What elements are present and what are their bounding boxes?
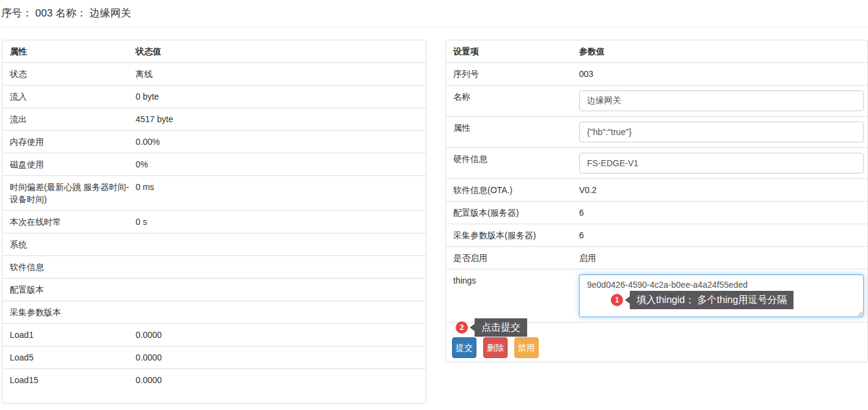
row-label: Load5 (2, 346, 136, 368)
settings-row-software-ota: 软件信息(OTA.) V0.2 (446, 178, 867, 201)
row-label: 流出 (2, 108, 136, 130)
row-value: 0.00% (136, 131, 426, 153)
row-value: 0.0000 (136, 324, 426, 346)
table-row-config-version: 配置版本 (2, 278, 426, 301)
hardware-input[interactable] (579, 153, 864, 174)
table-row-load15: Load15 0.0000 (2, 368, 426, 391)
row-label: 名称 (446, 86, 579, 116)
device-settings-panel: 设置项 参数值 序列号 003 名称 属性 硬件信息 (445, 40, 868, 362)
row-label: 是否启用 (446, 247, 579, 269)
table-row-disk: 磁盘使用 0% (2, 153, 426, 175)
row-label: 流入 (2, 86, 136, 108)
row-label: 采集参数版本 (2, 301, 136, 323)
settings-row-name: 名称 (446, 85, 867, 116)
settings-row-enabled: 是否启用 启用 (446, 246, 867, 269)
attributes-input[interactable] (579, 122, 864, 142)
row-label: 时间偏差(最新心跳 服务器时间-设备时间) (2, 176, 136, 210)
settings-actions-row: 2 点击提交 提交 删除 禁用 (446, 322, 867, 362)
table-row-system: 系统 (2, 233, 426, 255)
settings-row-hardware: 硬件信息 (446, 147, 867, 178)
row-label: 配置版本 (2, 279, 136, 301)
collect-version-value: 6 (579, 224, 867, 246)
step1-tooltip: 填入thingid； 多个thing用逗号分隔 (630, 291, 793, 309)
device-settings-table: 设置项 参数值 序列号 003 名称 属性 硬件信息 (446, 40, 867, 362)
row-value: 0.0000 (136, 346, 426, 368)
row-label: things (446, 269, 579, 322)
row-label: 硬件信息 (446, 148, 579, 178)
row-value (136, 256, 426, 278)
row-label: 磁盘使用 (2, 153, 136, 175)
row-label: 系统 (2, 233, 136, 255)
submit-button[interactable]: 提交 (452, 337, 476, 358)
settings-row-collect-version: 采集参数版本(服务器) 6 (446, 224, 867, 246)
settings-header-value: 参数值 (579, 40, 867, 62)
row-value: 0% (136, 153, 426, 175)
page-title: 序号： 003 名称： 边缘网关 (0, 0, 868, 27)
row-value: 4517 byte (136, 108, 426, 130)
row-label: 状态 (2, 63, 136, 85)
table-row-load5: Load5 0.0000 (2, 346, 426, 368)
content-area: 属性 状态值 状态 离线 流入 0 byte 流出 4517 byte 内存使用… (0, 27, 868, 404)
row-value (136, 233, 426, 255)
enabled-value: 启用 (579, 247, 867, 269)
status-table-header: 属性 状态值 (2, 40, 426, 62)
annotation-step1: 1 填入thingid； 多个thing用逗号分隔 (611, 291, 793, 309)
table-row-software-info: 软件信息 (2, 255, 426, 278)
row-label: 序列号 (446, 63, 579, 85)
disable-button[interactable]: 禁用 (514, 337, 539, 358)
row-label: 配置版本(服务器) (446, 202, 579, 224)
row-label: 属性 (446, 117, 579, 147)
settings-row-serial: 序列号 003 (446, 62, 867, 85)
row-label: 软件信息 (2, 256, 136, 278)
row-label: 内存使用 (2, 131, 136, 153)
table-row-online-duration: 本次在线时常 0 s (2, 210, 426, 233)
status-header-attribute: 属性 (2, 40, 136, 62)
row-value (136, 301, 426, 323)
settings-row-things: things 9e0d0426-4590-4c2a-b0ee-a4a24f55e… (446, 269, 867, 322)
config-version-value: 6 (579, 202, 867, 224)
row-value (136, 279, 426, 301)
settings-header-item: 设置项 (446, 40, 579, 62)
row-value: 离线 (136, 63, 426, 85)
table-row-collect-version: 采集参数版本 (2, 301, 426, 323)
settings-row-attributes: 属性 (446, 116, 867, 147)
step1-badge: 1 (611, 294, 623, 306)
table-row-inflow: 流入 0 byte (2, 85, 426, 108)
step2-badge: 2 (456, 321, 468, 334)
row-value: 0 byte (136, 86, 426, 108)
delete-button[interactable]: 删除 (483, 337, 508, 358)
table-row-outflow: 流出 4517 byte (2, 108, 426, 130)
device-status-panel: 属性 状态值 状态 离线 流入 0 byte 流出 4517 byte 内存使用… (2, 40, 426, 404)
row-label: Load1 (2, 324, 136, 346)
row-label: 软件信息(OTA.) (446, 179, 579, 201)
software-ota-value: V0.2 (579, 179, 867, 201)
table-row-memory: 内存使用 0.00% (2, 130, 426, 153)
device-status-table: 属性 状态值 状态 离线 流入 0 byte 流出 4517 byte 内存使用… (2, 40, 426, 391)
table-row-time-offset: 时间偏差(最新心跳 服务器时间-设备时间) 0 ms (2, 175, 426, 210)
row-value: 0 s (136, 211, 426, 233)
table-row-status: 状态 离线 (2, 62, 426, 85)
tooltip-arrow-icon (625, 296, 630, 304)
annotation-step2: 2 点击提交 (456, 318, 527, 337)
row-label: 本次在线时常 (2, 211, 136, 233)
step2-tooltip: 点击提交 (475, 318, 527, 337)
status-header-value: 状态值 (136, 40, 426, 62)
tooltip-arrow-icon (470, 324, 475, 331)
settings-row-config-version: 配置版本(服务器) 6 (446, 201, 867, 224)
row-label: 采集参数版本(服务器) (446, 224, 579, 246)
settings-table-header: 设置项 参数值 (446, 40, 867, 62)
row-value: 0.0000 (136, 369, 426, 391)
row-label: Load15 (2, 369, 136, 391)
serial-value: 003 (579, 63, 867, 85)
name-input[interactable] (579, 90, 864, 111)
row-value: 0 ms (136, 176, 426, 210)
table-row-load1: Load1 0.0000 (2, 323, 426, 346)
